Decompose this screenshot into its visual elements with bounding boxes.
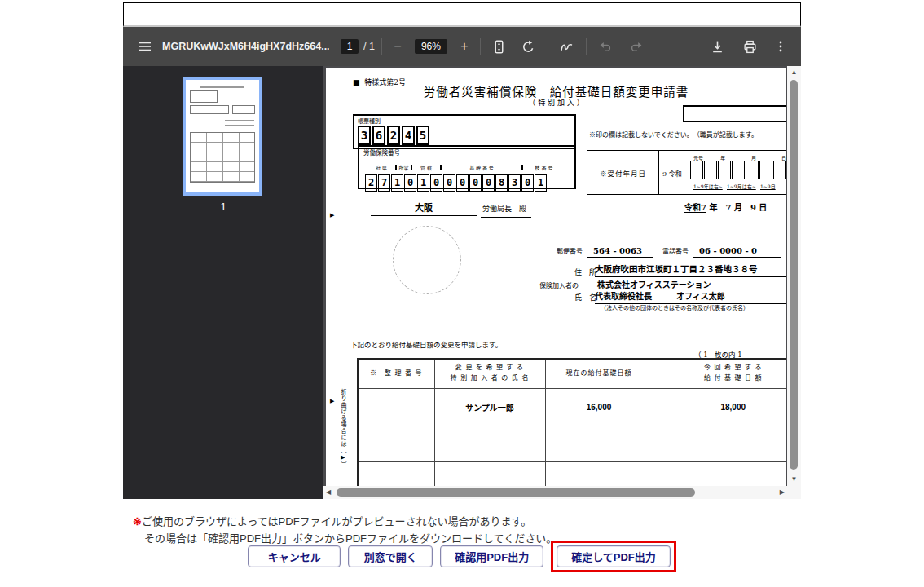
phone-label: 電話番号	[662, 248, 689, 255]
vertical-scrollbar[interactable]: ▲ ▼	[787, 66, 801, 486]
confirm-pdf-output-button[interactable]: 確定してPDF出力	[557, 545, 671, 567]
insurance-digit: 0	[456, 174, 469, 192]
footer-button-row: キャンセル 別窓で開く 確認用PDF出力 確定してPDF出力	[123, 541, 801, 572]
fold-note: 折り曲げる場合には（▶）	[339, 389, 347, 486]
insurance-digit: 1	[391, 174, 403, 192]
reception-label: ※受付年月日	[587, 151, 659, 194]
insurance-digit: 8	[495, 174, 508, 192]
more-options-icon[interactable]	[768, 34, 793, 59]
insurance-digit: 0	[404, 174, 416, 192]
table-header: 今 回 希 望 す る 給 付 基 礎 日 額	[653, 359, 786, 388]
seal-placeholder-circle	[393, 226, 461, 294]
reception-box	[746, 161, 759, 179]
sheet-type-digit: 4	[402, 126, 415, 145]
date-era: 令和7	[684, 203, 706, 213]
toolbar-divider	[586, 38, 587, 55]
horizontal-scrollbar[interactable]: ◀ ▶	[323, 486, 787, 499]
reception-box	[732, 161, 745, 179]
insurance-number-label: 労働保険番号	[363, 148, 570, 157]
insurance-segment: 府 県	[367, 165, 396, 170]
thumbnail-preview-line	[200, 86, 244, 88]
page-marker: ▶	[330, 398, 334, 404]
table-header: ※ 整 理 番 号	[358, 359, 434, 388]
zoom-level[interactable]: 96%	[415, 39, 447, 54]
undo-icon[interactable]	[593, 34, 618, 59]
scroll-down-arrow[interactable]: ▼	[787, 476, 801, 483]
thumbnail-page-number: 1	[123, 201, 323, 213]
reception-hint: 1~9年は右~	[693, 183, 723, 190]
insurance-segment: 枝 番 号	[522, 165, 565, 170]
open-new-window-button[interactable]: 別窓で開く	[348, 545, 433, 567]
zoom-out-button[interactable]: −	[389, 39, 407, 54]
pdf-preview-dialog: PDFプレビュー MGRUKwWJxM6H4igHX7dHz664... 1 /…	[123, 0, 801, 587]
thumbnail-preview-box	[190, 105, 229, 114]
pdf-viewer: MGRUKwWJxM6H4igHX7dHz664... 1 / 1 − 96% …	[123, 27, 801, 499]
zoom-in-button[interactable]: +	[455, 39, 473, 54]
thumbnail-preview-table	[190, 132, 255, 183]
insurance-digit: 1	[417, 174, 429, 192]
fit-page-icon[interactable]	[487, 34, 512, 59]
postal-label: 郵便番号	[557, 248, 583, 255]
reception-box	[759, 161, 772, 179]
page-count: / 1	[363, 41, 375, 52]
ink-annotation-icon[interactable]	[555, 34, 579, 59]
addressee-line: 大阪 労働局長 殿	[371, 199, 531, 218]
phone-value: 06 - 0000 - 0	[693, 246, 781, 258]
menu-icon[interactable]	[133, 34, 157, 59]
toolbar-divider	[480, 38, 481, 55]
insurance-digit: 2	[365, 174, 377, 192]
postal-value: 564 - 0063	[587, 246, 653, 258]
download-icon[interactable]	[705, 34, 729, 59]
thumbnail-preview-line	[225, 120, 254, 121]
postal-line: 郵便番号 564 - 0063 電話番号 06 - 0000 - 0	[557, 241, 781, 257]
request-line: 下記のとおり給付基礎日額の変更を申請します。	[350, 339, 502, 349]
rotate-icon[interactable]	[517, 34, 541, 59]
table-cell: サンプル一郎	[434, 388, 545, 426]
sheet-type-digit: 3	[358, 126, 371, 145]
date-rest: 年 7 月 9 日	[709, 203, 767, 212]
dialog-title: PDFプレビュー	[419, 7, 505, 20]
redo-icon[interactable]	[624, 34, 649, 59]
vertical-scrollbar-thumb[interactable]	[790, 80, 798, 470]
insurance-digit: 0	[430, 174, 442, 192]
scroll-right-arrow[interactable]: ▶	[780, 489, 785, 496]
note-asterisk: ※	[133, 515, 142, 527]
page-thumbnail[interactable]	[183, 77, 262, 196]
cancel-button[interactable]: キャンセル	[248, 545, 341, 567]
address-label: 住 所	[574, 267, 596, 277]
highlight-box: 確定してPDF出力	[551, 541, 676, 572]
address-value: 大阪府吹田市江坂町１丁目２３番地３８号	[595, 263, 786, 277]
page-number-input[interactable]: 1	[341, 39, 359, 54]
sheet-type-digit: 2	[387, 126, 400, 145]
preview-pdf-output-button[interactable]: 確認用PDF出力	[440, 545, 543, 567]
horizontal-scrollbar-thumb[interactable]	[337, 488, 695, 497]
reception-box	[704, 161, 717, 179]
reception-box	[718, 161, 731, 179]
scroll-up-arrow[interactable]: ▲	[787, 66, 801, 76]
prefecture: 大阪	[371, 201, 477, 216]
insurance-digit: 0	[443, 174, 455, 192]
bureau: 労働局長 殿	[481, 203, 531, 218]
table-cell: 16,000	[545, 388, 653, 426]
table-header: 現在の給付基礎日額	[545, 359, 653, 388]
scroll-left-arrow[interactable]: ◀	[326, 489, 331, 496]
table-header: 変 更 を 希 望 す る 特 別 加 入 者 の 氏 名	[434, 359, 545, 388]
sheet-type-label: 帳票種別	[358, 117, 571, 125]
reception-box	[773, 161, 786, 179]
table-cell: 18,000	[653, 388, 786, 426]
insurance-digit: 1	[535, 174, 547, 192]
representative-name: 代表取締役社長 オフィス太郎	[595, 289, 786, 304]
date-line: 令和7 年 7 月 9 日	[684, 201, 767, 213]
insurance-digit: 7	[378, 174, 390, 192]
insurance-digit: 0	[521, 174, 534, 192]
insurance-segment: 所掌	[396, 165, 411, 170]
toolbar-divider	[381, 38, 382, 55]
insurance-segment: 基 幹 番 号	[441, 165, 522, 170]
table-row	[358, 426, 786, 461]
toolbar-divider	[548, 38, 548, 55]
insurance-digit: 0	[482, 174, 495, 192]
print-icon[interactable]	[737, 34, 762, 59]
pdf-toolbar: MGRUKwWJxM6H4igHX7dHz664... 1 / 1 − 96% …	[123, 27, 801, 66]
document-view: ■ 特様式第2号 労働者災害補償保険 給付基礎日額変更申請書 （ 特 別 加 入…	[323, 66, 801, 499]
reception-box	[690, 161, 703, 179]
